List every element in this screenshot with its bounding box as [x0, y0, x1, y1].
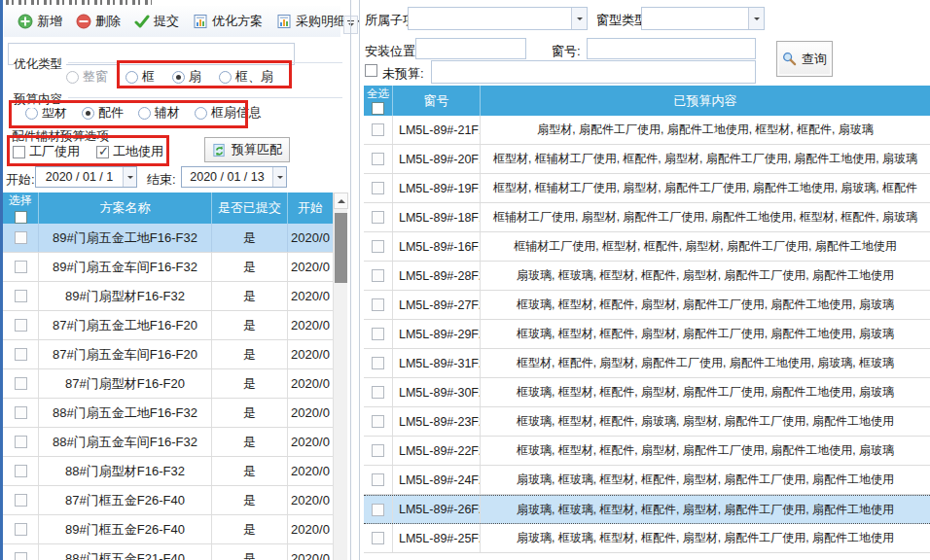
table-row[interactable]: 87#门扇五金工地F16-F20 是 2020/0 [3, 311, 333, 340]
table-row[interactable]: 87#门框五金F26-F40 是 2020/0 [3, 486, 333, 515]
table-row[interactable]: LM5L-89#-26F24 扇玻璃, 框玻璃, 框型材, 框配件, 扇型材, … [364, 495, 930, 524]
row-checkbox[interactable] [372, 298, 384, 311]
plan-name-column-header[interactable]: 方案名称 [39, 192, 212, 224]
table-row[interactable]: 89#门扇型材F16-F32 是 2020/0 [3, 282, 333, 311]
window-no-column-header[interactable]: 窗号 [393, 86, 481, 116]
date-dropdown-button[interactable] [123, 167, 136, 187]
table-row[interactable]: 87#门扇五金车间F16-F20 是 2020/0 [3, 340, 333, 369]
table-row[interactable]: LM5L-89#-22F20 框玻璃, 框型材, 框配件, 扇型材, 扇配件工厂… [364, 437, 930, 466]
table-row[interactable]: LM5L-89#-21F19 扇型材, 扇配件工厂使用, 扇配件工地使用, 框型… [364, 116, 930, 145]
plan-name-cell: 89#门扇五金车间F16-F32 [39, 253, 212, 281]
not-budgeted-checkbox[interactable] [365, 64, 377, 77]
row-checkbox[interactable] [372, 123, 384, 136]
table-row[interactable]: LM5L-89#-28F26 扇玻璃, 框玻璃, 框型材, 框配件, 扇型材, … [364, 262, 930, 291]
row-checkbox[interactable] [372, 328, 384, 340]
row-checkbox[interactable] [372, 415, 384, 428]
table-row[interactable]: LM5L-89#-25F23 扇玻璃, 框玻璃, 框型材, 框配件, 扇型材, … [364, 524, 930, 553]
row-checkbox[interactable] [372, 473, 384, 486]
row-checkbox[interactable] [372, 386, 384, 399]
row-checkbox[interactable] [15, 319, 27, 332]
table-row[interactable]: LM5L-89#-27F25 框玻璃, 框型材, 框配件, 扇型材, 扇配件工厂… [364, 291, 930, 320]
table-row[interactable]: 88#门扇型材F16-F32 是 2020/0 [3, 457, 333, 486]
install-position-input[interactable] [415, 38, 526, 59]
start-date-cell: 2020/0 [288, 399, 333, 427]
query-label: 查询 [802, 51, 827, 68]
row-checkbox[interactable] [372, 269, 384, 282]
table-row[interactable]: LM5L-89#-19F17 框型材, 框辅材工厂使用, 扇型材, 扇配件工厂使… [364, 174, 930, 203]
row-checkbox[interactable] [15, 465, 27, 477]
budgeted-content-column-header[interactable]: 已预算内容 [481, 86, 930, 116]
table-row[interactable]: 88#门扇五金工地F16-F32 是 2020/0 [3, 399, 333, 428]
table-row[interactable]: LM5L-89#-20F18 框型材, 框辅材工厂使用, 框配件, 扇型材, 扇… [364, 145, 930, 174]
date-end-picker[interactable]: 2020 / 01 / 13 [181, 166, 287, 188]
optimize-type-radio[interactable]: 框、扇 [219, 68, 273, 86]
toolbar: 新增 删除 提交 优化方案 [4, 6, 340, 37]
budget-match-button[interactable]: 预算匹配 [204, 137, 290, 162]
scroll-up-button[interactable] [334, 192, 348, 209]
table-row[interactable]: LM5L-89#-18F16 框辅材工厂使用, 扇型材, 扇配件工厂使用, 扇配… [364, 203, 930, 232]
start-column-header[interactable]: 开始 [288, 192, 333, 224]
usage-checkbox[interactable]: 工厂使用 [13, 143, 80, 160]
budget-content-radio[interactable]: 配件 [82, 104, 124, 122]
submitted-column-header[interactable]: 是否已提交 [212, 192, 288, 224]
sub-item-select[interactable] [408, 7, 588, 30]
select-all-checkbox[interactable] [15, 211, 27, 224]
row-checkbox[interactable] [15, 348, 27, 361]
row-checkbox[interactable] [372, 532, 384, 544]
row-checkbox[interactable] [372, 357, 384, 369]
row-checkbox[interactable] [372, 153, 384, 165]
row-checkbox[interactable] [15, 436, 27, 448]
date-dropdown-button[interactable] [272, 167, 286, 187]
combo-dropdown-button[interactable] [748, 8, 764, 29]
table-row[interactable]: 88#门扇五金车间F16-F32 是 2020/0 [3, 428, 333, 457]
row-select-cell [3, 369, 39, 398]
budget-content-radio[interactable]: 框扇信息 [195, 104, 262, 122]
date-start-picker[interactable]: 2020 / 01 / 1 [35, 166, 137, 188]
panel-splitter[interactable] [359, 0, 360, 560]
budget-content-radio[interactable]: 辅材 [138, 104, 180, 122]
not-budgeted-input[interactable] [431, 60, 756, 84]
table-row[interactable]: 89#门框五金F26-F40 是 2020/0 [3, 515, 333, 544]
plan-table-scrollbar[interactable] [333, 192, 347, 560]
query-button[interactable]: 查询 [776, 41, 833, 77]
optimize-type-radio[interactable]: 框 [125, 68, 155, 86]
row-checkbox[interactable] [372, 182, 384, 194]
table-row[interactable]: LM5L-89#-29F27 框玻璃, 框型材, 框配件, 扇型材, 扇配件工厂… [364, 320, 930, 349]
row-checkbox[interactable] [15, 552, 27, 560]
add-button[interactable]: 新增 [12, 9, 70, 34]
submit-button[interactable]: 提交 [128, 9, 187, 34]
table-row[interactable]: LM5L-89#-24F22 扇玻璃, 框玻璃, 框型材, 框配件, 扇型材, … [364, 466, 930, 495]
table-row[interactable]: 89#门扇五金车间F16-F32 是 2020/0 [3, 253, 333, 282]
table-row[interactable]: 89#门扇五金工地F16-F32 是 2020/0 [3, 224, 333, 253]
row-checkbox[interactable] [372, 444, 384, 457]
select-all-checkbox[interactable] [372, 102, 384, 115]
row-checkbox[interactable] [15, 494, 27, 507]
scrollbar-thumb[interactable] [335, 213, 347, 283]
row-checkbox[interactable] [372, 211, 384, 224]
usage-checkbox[interactable]: 工地使用 [96, 143, 163, 160]
row-checkbox[interactable] [372, 504, 384, 516]
row-checkbox[interactable] [15, 523, 27, 536]
submitted-cell: 是 [212, 544, 288, 560]
panel-splitter[interactable] [350, 0, 351, 560]
row-checkbox[interactable] [15, 406, 27, 419]
table-row[interactable]: LM5L-89#-30F28 框玻璃, 框型材, 框配件, 扇型材, 扇配件工厂… [364, 378, 930, 407]
row-checkbox[interactable] [15, 231, 27, 244]
row-checkbox[interactable] [15, 261, 27, 273]
window-no-input[interactable] [587, 38, 756, 59]
table-row[interactable]: 88#门框五金F21-F40 是 2020/0 [3, 544, 333, 560]
radio-label: 整窗 [83, 68, 108, 86]
table-row[interactable]: 87#门扇型材F16-F20 是 2020/0 [3, 369, 333, 399]
table-row[interactable]: LM5L-89#-16F15 框辅材工厂使用, 框型材, 框配件, 扇型材, 扇… [364, 232, 930, 262]
delete-button[interactable]: 删除 [70, 9, 128, 34]
combo-dropdown-button[interactable] [571, 8, 587, 29]
window-type-select[interactable] [641, 7, 765, 30]
optimize-plan-button[interactable]: 优化方案 [187, 9, 270, 34]
optimize-type-radio[interactable]: 扇 [172, 68, 201, 86]
row-checkbox[interactable] [372, 240, 384, 253]
table-row[interactable]: LM5L-89#-31F29 框型材, 框配件, 扇型材, 扇配件工厂使用, 扇… [364, 349, 930, 378]
row-checkbox[interactable] [15, 377, 27, 390]
row-checkbox[interactable] [15, 290, 27, 302]
optimize-type-radio[interactable]: 整窗 [66, 68, 108, 86]
table-row[interactable]: LM5L-89#-23F21 框玻璃, 框型材, 框配件, 扇玻璃, 扇型材, … [364, 407, 930, 437]
